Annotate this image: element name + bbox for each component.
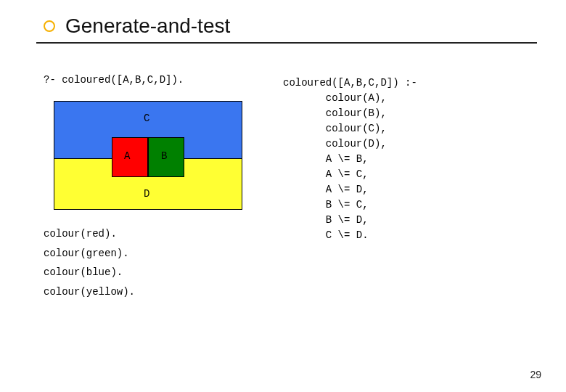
label-c: C — [144, 113, 149, 124]
title-underline — [36, 42, 537, 44]
page-number: 29 — [530, 369, 541, 380]
label-d: D — [144, 188, 149, 200]
bullet-icon — [44, 20, 55, 32]
clause-code: coloured([A,B,C,D]) :- colour(A), colour… — [283, 75, 530, 243]
label-b: B — [161, 150, 167, 162]
colour-facts: colour(red). colour(green). colour(blue)… — [44, 224, 276, 301]
slide-title: Generate-and-test — [65, 15, 230, 38]
query-text: ?- coloured([A,B,C,D]). — [44, 73, 276, 88]
slide: Generate-and-test ?- coloured([A,B,C,D])… — [0, 0, 566, 392]
content: ?- coloured([A,B,C,D]). C A B D colour(r… — [44, 73, 530, 301]
label-a: A — [124, 150, 130, 162]
fact-blue: colour(blue). — [44, 263, 276, 282]
right-column: coloured([A,B,C,D]) :- colour(A), colour… — [283, 73, 530, 301]
fact-red: colour(red). — [44, 224, 276, 244]
fact-green: colour(green). — [44, 244, 276, 264]
title-row: Generate-and-test — [44, 15, 530, 38]
fact-yellow: colour(yellow). — [44, 282, 276, 302]
left-column: ?- coloured([A,B,C,D]). C A B D colour(r… — [44, 73, 283, 301]
map-diagram: C A B D — [54, 101, 242, 210]
